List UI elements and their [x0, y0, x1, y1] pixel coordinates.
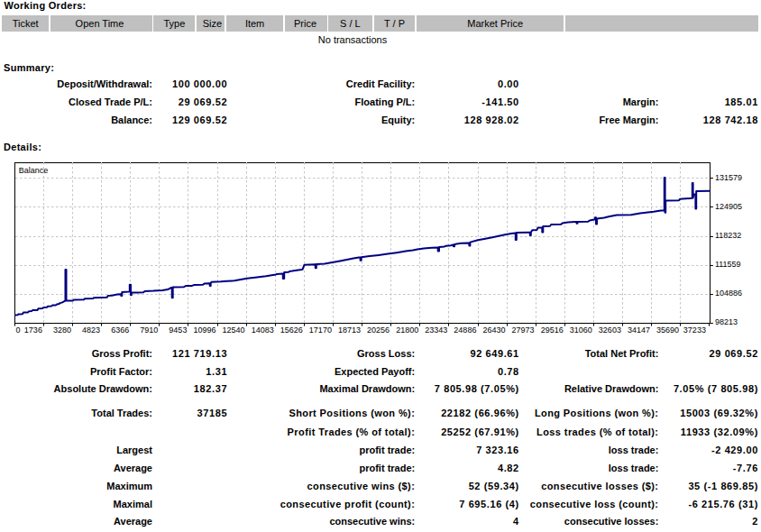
svg-text:3280: 3280	[53, 326, 71, 335]
svg-text:0: 0	[16, 326, 21, 335]
svg-text:27973: 27973	[512, 326, 535, 335]
svg-text:26430: 26430	[482, 326, 505, 335]
svg-text:21800: 21800	[396, 326, 418, 335]
svg-text:131579: 131579	[715, 173, 742, 182]
svg-text:1736: 1736	[24, 326, 42, 335]
svg-text:23343: 23343	[425, 326, 447, 335]
svg-text:18713: 18713	[338, 326, 361, 335]
svg-text:124905: 124905	[715, 202, 742, 211]
svg-text:20256: 20256	[367, 326, 390, 335]
svg-text:17170: 17170	[309, 326, 332, 335]
svg-text:29516: 29516	[541, 326, 564, 335]
svg-text:15626: 15626	[280, 326, 303, 335]
svg-text:104886: 104886	[715, 289, 742, 298]
svg-text:35690: 35690	[656, 326, 679, 335]
svg-text:34147: 34147	[628, 326, 650, 335]
svg-text:14083: 14083	[252, 326, 274, 335]
svg-text:31060: 31060	[570, 326, 592, 335]
svg-text:37233: 37233	[683, 326, 706, 335]
svg-text:4823: 4823	[82, 326, 100, 335]
svg-text:111559: 111559	[715, 260, 741, 269]
svg-text:118232: 118232	[715, 231, 741, 240]
svg-text:32603: 32603	[599, 326, 621, 335]
svg-text:7910: 7910	[140, 326, 158, 335]
svg-text:98213: 98213	[715, 317, 738, 326]
svg-text:24886: 24886	[454, 326, 476, 335]
svg-text:10996: 10996	[193, 326, 215, 335]
svg-text:12540: 12540	[223, 326, 245, 335]
svg-text:9453: 9453	[169, 326, 187, 335]
svg-text:6366: 6366	[111, 326, 129, 335]
svg-text:Balance: Balance	[19, 166, 49, 175]
